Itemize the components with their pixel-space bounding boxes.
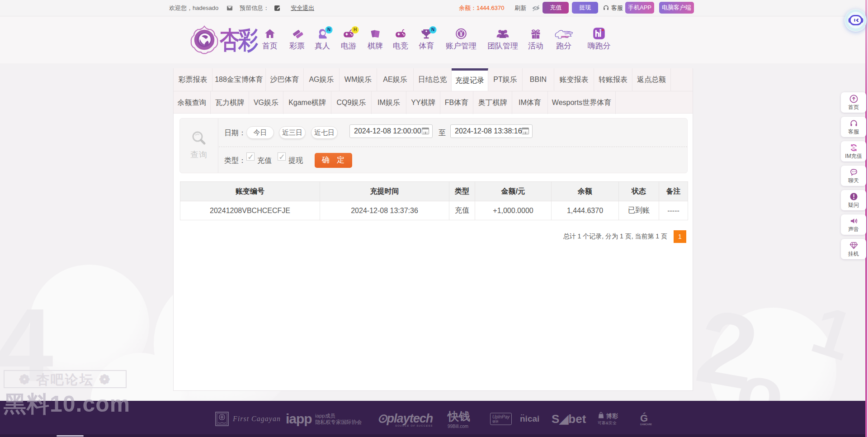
svg-text:C: C xyxy=(852,146,855,150)
